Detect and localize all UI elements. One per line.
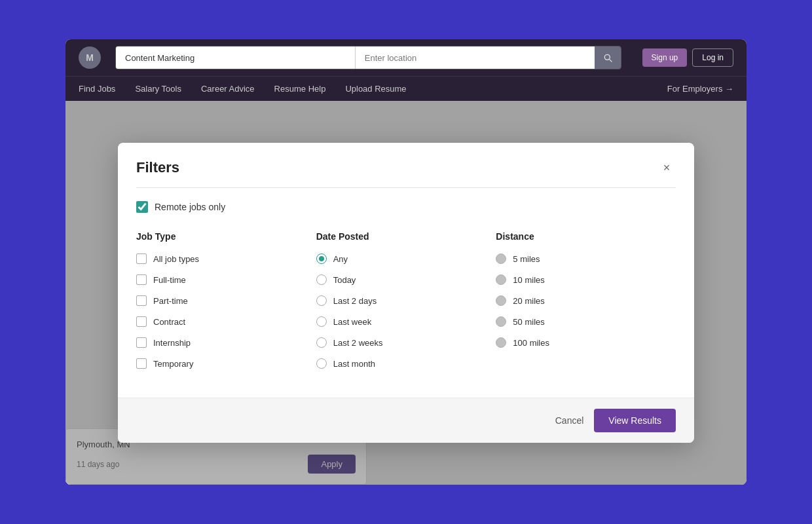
last-week-radio[interactable] xyxy=(316,316,327,327)
full-time-checkbox[interactable] xyxy=(136,274,147,285)
filter-option-last-week[interactable]: Last week xyxy=(316,316,496,327)
search-location-input[interactable] xyxy=(356,47,595,69)
last-month-label: Last month xyxy=(333,359,375,369)
50-miles-label: 50 miles xyxy=(513,317,544,327)
subnav-item-career-advice[interactable]: Career Advice xyxy=(201,84,255,94)
search-bar xyxy=(115,46,621,69)
search-button[interactable] xyxy=(595,47,621,69)
filter-option-temporary[interactable]: Temporary xyxy=(136,358,316,369)
filter-option-20-miles[interactable]: 20 miles xyxy=(496,295,676,306)
filter-option-5-miles[interactable]: 5 miles xyxy=(496,253,676,264)
filter-option-today[interactable]: Today xyxy=(316,274,496,285)
date-posted-header: Date Posted xyxy=(316,231,496,242)
last-month-radio[interactable] xyxy=(316,358,327,369)
last-2-days-radio[interactable] xyxy=(316,295,327,306)
5-miles-radio[interactable] xyxy=(496,253,506,264)
last-2-weeks-radio[interactable] xyxy=(316,337,327,348)
all-job-types-label: All job types xyxy=(153,254,199,264)
filter-option-part-time[interactable]: Part-time xyxy=(136,295,316,306)
10-miles-label: 10 miles xyxy=(513,275,544,285)
view-results-button[interactable]: View Results xyxy=(594,409,676,432)
10-miles-radio[interactable] xyxy=(496,274,506,285)
job-type-column: Job Type All job types Full-time xyxy=(136,231,316,379)
navbar: M Sign up Log in xyxy=(65,39,747,76)
cancel-button[interactable]: Cancel xyxy=(555,415,584,426)
subnav-item-upload-resume[interactable]: Upload Resume xyxy=(345,84,406,94)
login-button[interactable]: Log in xyxy=(692,48,733,67)
contract-checkbox[interactable] xyxy=(136,316,147,327)
100-miles-label: 100 miles xyxy=(513,338,549,348)
remote-jobs-row: Remote jobs only xyxy=(136,201,676,213)
today-radio[interactable] xyxy=(316,274,327,285)
last-week-label: Last week xyxy=(333,317,372,327)
logo-avatar: M xyxy=(79,47,101,69)
50-miles-radio[interactable] xyxy=(496,316,506,327)
all-job-types-checkbox[interactable] xyxy=(136,253,147,264)
job-type-header: Job Type xyxy=(136,231,316,242)
last-2-days-label: Last 2 days xyxy=(333,296,377,306)
any-label: Any xyxy=(333,254,348,264)
20-miles-radio[interactable] xyxy=(496,295,506,306)
subnav-item-salary-tools[interactable]: Salary Tools xyxy=(135,84,181,94)
signup-button[interactable]: Sign up xyxy=(642,48,688,67)
nav-actions: Sign up Log in xyxy=(642,48,733,67)
internship-checkbox[interactable] xyxy=(136,337,147,348)
modal-body: Remote jobs only Job Type All job types xyxy=(118,201,694,398)
modal-close-button[interactable]: × xyxy=(657,159,676,177)
20-miles-label: 20 miles xyxy=(513,296,544,306)
5-miles-label: 5 miles xyxy=(513,254,540,264)
full-time-label: Full-time xyxy=(153,275,186,285)
contract-label: Contract xyxy=(153,317,185,327)
filter-option-last-2-days[interactable]: Last 2 days xyxy=(316,295,496,306)
any-radio[interactable] xyxy=(316,253,327,264)
modal-title: Filters xyxy=(136,159,179,176)
part-time-label: Part-time xyxy=(153,296,188,306)
remote-jobs-checkbox[interactable] xyxy=(136,201,148,213)
temporary-label: Temporary xyxy=(153,359,193,369)
distance-header: Distance xyxy=(496,231,676,242)
filter-option-last-month[interactable]: Last month xyxy=(316,358,496,369)
search-icon xyxy=(602,52,613,63)
filter-option-any[interactable]: Any xyxy=(316,253,496,264)
filter-option-internship[interactable]: Internship xyxy=(136,337,316,348)
filter-option-full-time[interactable]: Full-time xyxy=(136,274,316,285)
search-job-input[interactable] xyxy=(116,47,355,69)
internship-label: Internship xyxy=(153,338,191,348)
subnav-item-find-jobs[interactable]: Find Jobs xyxy=(79,84,115,94)
subnav: Find Jobs Salary Tools Career Advice Res… xyxy=(65,76,747,101)
filter-option-all-job-types[interactable]: All job types xyxy=(136,253,316,264)
modal-header: Filters × xyxy=(118,143,694,177)
filter-option-contract[interactable]: Contract xyxy=(136,316,316,327)
modal-overlay: Filters × Remote jobs only Job xyxy=(65,101,747,485)
subnav-item-resume-help[interactable]: Resume Help xyxy=(274,84,326,94)
modal-divider xyxy=(136,187,676,188)
distance-column: Distance 5 miles 10 miles xyxy=(496,231,676,379)
filters-modal: Filters × Remote jobs only Job xyxy=(118,143,694,443)
100-miles-radio[interactable] xyxy=(496,337,506,348)
subnav-for-employers[interactable]: For Employers → xyxy=(667,84,733,94)
temporary-checkbox[interactable] xyxy=(136,358,147,369)
content-area: Plymouth, MN 11 days ago Apply Filters × xyxy=(65,101,747,485)
filter-option-50-miles[interactable]: 50 miles xyxy=(496,316,676,327)
filter-option-100-miles[interactable]: 100 miles xyxy=(496,337,676,348)
remote-jobs-label: Remote jobs only xyxy=(155,202,225,212)
filter-option-10-miles[interactable]: 10 miles xyxy=(496,274,676,285)
last-2-weeks-label: Last 2 weeks xyxy=(333,338,383,348)
main-window: M Sign up Log in Find Jobs Salary Tools … xyxy=(65,39,747,485)
modal-footer: Cancel View Results xyxy=(118,398,694,443)
part-time-checkbox[interactable] xyxy=(136,295,147,306)
filter-option-last-2-weeks[interactable]: Last 2 weeks xyxy=(316,337,496,348)
filter-columns: Job Type All job types Full-time xyxy=(136,231,676,379)
date-posted-column: Date Posted Any Today Las xyxy=(316,231,496,379)
today-label: Today xyxy=(333,275,356,285)
